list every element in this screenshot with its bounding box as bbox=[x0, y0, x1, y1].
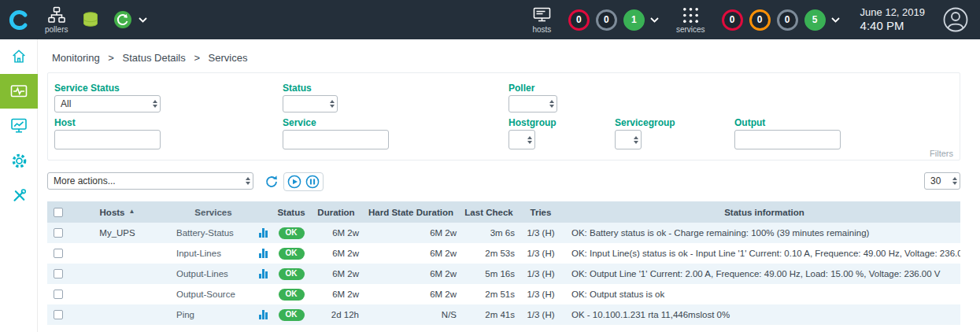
host-name[interactable] bbox=[69, 304, 165, 325]
play-icon[interactable] bbox=[287, 175, 301, 189]
graph-icon[interactable] bbox=[259, 310, 268, 319]
status-information-cell: OK: Input Line(s) status is ok - Input L… bbox=[564, 243, 960, 264]
pollers-menu[interactable]: pollers bbox=[45, 6, 68, 34]
graph-icon[interactable] bbox=[259, 269, 268, 279]
tries-cell: 1/3 (H) bbox=[518, 243, 564, 264]
header-status[interactable]: Status bbox=[272, 201, 310, 223]
servicegroup-select[interactable] bbox=[615, 130, 642, 149]
header-hosts[interactable]: Hosts ▲ bbox=[69, 201, 165, 223]
hostgroup-select[interactable] bbox=[508, 130, 535, 149]
page-size-value: 30 bbox=[930, 175, 941, 186]
database-status[interactable] bbox=[81, 11, 100, 29]
user-profile-button[interactable] bbox=[942, 6, 969, 33]
administration-tools-icon bbox=[10, 186, 28, 205]
counter-badge[interactable]: 0 bbox=[568, 9, 590, 31]
select-arrows-icon bbox=[527, 136, 532, 144]
hard-state-duration-cell: 6M 2w bbox=[362, 264, 460, 284]
servicegroup-label: Servicegroup bbox=[615, 117, 675, 128]
row-checkbox[interactable] bbox=[54, 310, 63, 319]
service-name[interactable]: Output-Lines bbox=[165, 264, 253, 284]
sidebar-item-administration[interactable] bbox=[0, 178, 38, 212]
header-last-check[interactable]: Last Check bbox=[460, 201, 518, 223]
duration-cell: 6M 2w bbox=[310, 264, 362, 284]
chevron-down-icon[interactable] bbox=[139, 17, 147, 23]
actions-toolbar: More actions... bbox=[47, 172, 960, 192]
host-name[interactable] bbox=[69, 243, 165, 264]
counter-badge[interactable]: 0 bbox=[596, 9, 617, 31]
tries-cell: 1/3 (H) bbox=[518, 304, 564, 325]
header-services[interactable]: Services bbox=[165, 201, 253, 223]
service-status-label: Service Status bbox=[54, 83, 120, 94]
services-icon bbox=[682, 6, 700, 24]
sidebar-item-reporting[interactable] bbox=[0, 109, 38, 143]
pause-icon[interactable] bbox=[305, 175, 320, 189]
breadcrumb-services[interactable]: Services bbox=[209, 52, 248, 64]
filters-panel-tag[interactable]: Filters bbox=[930, 149, 953, 158]
row-checkbox[interactable] bbox=[54, 269, 63, 279]
services-status-badges: 0005 bbox=[716, 9, 826, 31]
platform-status[interactable] bbox=[113, 9, 147, 30]
status-information-cell: OK - 10.100.1.231 rta 11,446mslost 0% bbox=[564, 304, 960, 325]
counter-badge[interactable]: 1 bbox=[623, 9, 645, 31]
table-row: Output-Source OK 6M 2w 6M 2w 2m 51s 1/3 … bbox=[47, 284, 960, 304]
services-table-body: My_UPS Battery-Status OK 6M 2w 6M 2w 3m … bbox=[47, 223, 960, 325]
last-check-cell: 3m 6s bbox=[460, 223, 518, 243]
row-checkbox[interactable] bbox=[54, 249, 63, 258]
service-name[interactable]: Input-Lines bbox=[165, 243, 253, 264]
chevron-down-icon[interactable] bbox=[831, 17, 840, 23]
service-status-select[interactable]: All bbox=[54, 95, 161, 113]
graph-icon[interactable] bbox=[259, 249, 268, 258]
counter-badge[interactable]: 5 bbox=[804, 9, 826, 31]
row-checkbox[interactable] bbox=[54, 228, 63, 238]
breadcrumb-separator: > bbox=[194, 52, 200, 64]
status-information-cell: OK: Output Line '1' Current: 2.00 A, Fre… bbox=[564, 264, 960, 284]
user-icon bbox=[942, 6, 969, 33]
host-name[interactable] bbox=[69, 284, 165, 304]
sidebar-item-monitoring[interactable] bbox=[0, 74, 38, 109]
host-input[interactable] bbox=[54, 130, 161, 149]
duration-cell: 6M 2w bbox=[310, 223, 362, 243]
services-menu[interactable]: services bbox=[676, 6, 705, 34]
header-graph bbox=[253, 201, 272, 223]
last-check-cell: 2m 51s bbox=[460, 284, 518, 304]
clock: June 12, 2019 4:40 PM bbox=[860, 6, 925, 34]
header-hard-state-duration[interactable]: Hard State Duration bbox=[362, 201, 460, 223]
centreon-logo[interactable] bbox=[0, 0, 38, 39]
select-all-checkbox[interactable] bbox=[54, 208, 63, 217]
service-name[interactable]: Ping bbox=[165, 304, 253, 325]
row-checkbox[interactable] bbox=[54, 290, 63, 299]
table-header-row: Hosts ▲ Services Status Duration Hard St… bbox=[47, 201, 960, 223]
breadcrumb-monitoring[interactable]: Monitoring bbox=[52, 52, 100, 64]
table-row: My_UPS Battery-Status OK 6M 2w 6M 2w 3m … bbox=[47, 223, 960, 243]
graph-icon[interactable] bbox=[259, 228, 268, 238]
more-actions-select[interactable]: More actions... bbox=[47, 172, 253, 190]
header-duration[interactable]: Duration bbox=[310, 201, 362, 223]
poller-select[interactable] bbox=[508, 95, 557, 113]
status-badge: OK bbox=[279, 227, 305, 239]
status-select[interactable] bbox=[283, 95, 338, 113]
current-time: 4:40 PM bbox=[860, 19, 925, 34]
host-name[interactable] bbox=[69, 264, 165, 284]
service-name[interactable]: Battery-Status bbox=[165, 223, 253, 243]
counter-badge[interactable]: 0 bbox=[777, 9, 798, 31]
hosts-menu[interactable]: hosts bbox=[532, 6, 552, 34]
table-row: Ping OK 2d 12h N/S 2m 41s 1/3 (H) OK - 1… bbox=[47, 304, 960, 325]
services-table: Hosts ▲ Services Status Duration Hard St… bbox=[47, 201, 960, 325]
page-size-select[interactable]: 30 bbox=[924, 172, 960, 190]
host-name[interactable]: My_UPS bbox=[69, 223, 165, 243]
service-name[interactable]: Output-Source bbox=[165, 284, 253, 304]
breadcrumb-status-details[interactable]: Status Details bbox=[123, 52, 186, 64]
hostgroup-label: Hostgroup bbox=[508, 117, 557, 128]
output-input[interactable] bbox=[734, 130, 841, 149]
monitoring-icon bbox=[9, 82, 28, 101]
refresh-icon[interactable] bbox=[264, 175, 279, 189]
sidebar-item-configuration[interactable] bbox=[0, 143, 38, 178]
service-input[interactable] bbox=[283, 130, 389, 149]
sidebar-item-home[interactable] bbox=[0, 39, 38, 74]
more-actions-value: More actions... bbox=[54, 175, 116, 186]
chevron-down-icon[interactable] bbox=[650, 17, 659, 23]
header-tries[interactable]: Tries bbox=[518, 201, 564, 223]
counter-badge[interactable]: 0 bbox=[722, 9, 743, 31]
counter-badge[interactable]: 0 bbox=[749, 9, 771, 31]
header-status-information[interactable]: Status information bbox=[564, 201, 960, 223]
